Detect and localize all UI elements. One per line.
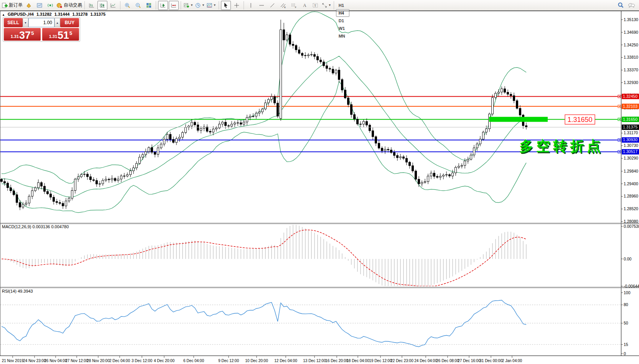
zoom-in-icon xyxy=(124,2,130,8)
time-tick-label: 2 Jan 04:00 xyxy=(502,359,522,363)
autotrading-icon xyxy=(56,2,63,8)
volume-increase-button[interactable]: ▲ xyxy=(54,18,60,27)
zoom-in-button[interactable] xyxy=(122,1,132,10)
price-tick-label: 1.32930 xyxy=(624,80,638,85)
time-tick-label: 2 Dec 04:00 xyxy=(109,359,130,363)
time-tick-label: 3 Dec 12:00 xyxy=(132,359,152,363)
time-tick-label: 31 Dec 00:00 xyxy=(479,359,502,363)
bar-chart-icon xyxy=(89,2,95,8)
sell-price-button[interactable]: 1.31375 xyxy=(4,28,41,41)
buy-price-button[interactable]: 1.31515 xyxy=(42,28,79,41)
cursor-button[interactable] xyxy=(221,1,231,10)
arrows-icon xyxy=(321,2,328,8)
tile-windows-button[interactable] xyxy=(144,1,154,10)
line-chart-button[interactable] xyxy=(108,1,118,10)
bollinger-bands xyxy=(2,12,526,213)
rsi-label: RSI(14) 49.3943 xyxy=(2,289,33,293)
sell-button[interactable]: SELL xyxy=(4,18,23,27)
candlestick-chart-button[interactable] xyxy=(97,1,107,10)
turning-point-annotation[interactable]: 多空转折点 xyxy=(519,138,604,154)
tile-windows-icon xyxy=(146,2,152,8)
buy-button[interactable]: BUY xyxy=(60,18,79,27)
indicators-button[interactable]: ▼ xyxy=(183,1,194,10)
time-tick-label: 26 Dec 08:00 xyxy=(436,359,459,363)
macd-axis-label: -0.006446 xyxy=(624,284,639,288)
time-tick-label: 28 Nov 20:00 xyxy=(87,359,110,363)
search-button[interactable] xyxy=(616,1,626,10)
channel-button[interactable]: E xyxy=(278,1,288,10)
rsi-line xyxy=(2,300,526,347)
price-tick-label: 1.30290 xyxy=(624,156,638,160)
gold-badge-icon xyxy=(26,2,32,8)
chevron-down-icon[interactable]: ▼ xyxy=(328,3,331,7)
sell-price-main: 37 xyxy=(19,31,31,40)
time-tick-label: 26 Nov 04:00 xyxy=(44,359,67,363)
fibonacci-button[interactable]: F xyxy=(289,1,299,10)
text-icon: A xyxy=(301,2,308,8)
price-tick-label: 1.30730 xyxy=(624,143,638,148)
new-chart-icon xyxy=(36,2,43,8)
symbol-period-label: GBPUSD-,H4 xyxy=(8,12,34,16)
price-tick-label: 1.29840 xyxy=(624,169,638,173)
trendline-button[interactable] xyxy=(267,1,277,10)
horizontal-line-button[interactable] xyxy=(257,1,267,10)
chevron-down-icon[interactable]: ▼ xyxy=(190,3,193,7)
price-callout-text: 1.31650 xyxy=(567,116,592,124)
zoom-out-icon xyxy=(135,2,141,8)
arrows-button[interactable]: ▼ xyxy=(321,1,332,10)
chart-canvas[interactable]: 1.31650多空转折点多空转折点1.351301.346901.342501.… xyxy=(0,11,639,364)
highlight-rectangle[interactable] xyxy=(489,117,548,122)
new-chart-button[interactable] xyxy=(35,1,44,10)
axis-price-label: 1.30930 xyxy=(623,137,637,142)
autotrading-label: 自动交易 xyxy=(64,2,82,8)
toolbar-separator xyxy=(334,1,334,10)
axis-price-label: 1.30517 xyxy=(623,149,637,154)
svg-text:E: E xyxy=(284,6,286,8)
vertical-line-button[interactable] xyxy=(246,1,256,10)
timeframe-h1[interactable]: H1 xyxy=(336,2,349,9)
text-label-button[interactable]: T xyxy=(310,1,320,10)
buy-price-main: 51 xyxy=(58,31,69,40)
time-tick-label: 19 Dec 12:00 xyxy=(369,359,392,363)
autotrading-button[interactable]: 自动交易 xyxy=(56,1,82,10)
signals-button[interactable] xyxy=(45,1,55,10)
autoscroll-button[interactable] xyxy=(158,1,168,10)
macd-axis-label: 0.00 xyxy=(624,257,632,261)
collapse-panel-icon[interactable]: ▲ xyxy=(2,13,5,16)
toolbar-separator xyxy=(84,1,85,10)
equidistant-channel-icon: E xyxy=(280,2,286,8)
volume-input[interactable]: 1.00 xyxy=(28,18,54,27)
chevron-down-icon[interactable]: ▼ xyxy=(202,3,205,7)
time-tick-label: 27 Nov 12:00 xyxy=(65,359,88,363)
zoom-out-button[interactable] xyxy=(133,1,143,10)
chevron-down-icon[interactable]: ▼ xyxy=(213,3,216,7)
text-button[interactable]: A xyxy=(300,1,310,10)
fibonacci-icon: F xyxy=(291,2,297,8)
new-order-button[interactable]: 新订单 xyxy=(1,1,23,10)
metaeditor-button[interactable] xyxy=(24,1,34,10)
periods-button[interactable]: ▼ xyxy=(194,1,205,10)
time-tick-label: 4 Dec 20:00 xyxy=(154,359,175,363)
chat-button[interactable] xyxy=(626,1,636,10)
toolbar-separator xyxy=(120,1,120,10)
bar-chart-button[interactable] xyxy=(87,1,97,10)
rsi-axis-label: 50 xyxy=(624,321,628,325)
time-axis[interactable]: 21 Nov 201924 Nov 23:0026 Nov 04:0027 No… xyxy=(2,356,522,363)
open-value: 1.31282 xyxy=(36,12,52,16)
time-tick-label: 21 Nov 2019 xyxy=(2,359,24,363)
crosshair-button[interactable] xyxy=(232,1,242,10)
cursor-icon xyxy=(223,2,229,8)
chart-shift-button[interactable] xyxy=(169,1,179,10)
volume-decrease-button[interactable]: ▼ xyxy=(23,18,28,27)
rsi-axis-label: 80 xyxy=(624,302,628,307)
time-tick-label: 24 Nov 23:00 xyxy=(23,359,46,363)
time-tick-label: 10 Dec 20:00 xyxy=(245,359,268,363)
templates-button[interactable]: ▼ xyxy=(206,1,217,10)
time-tick-label: 18 Dec 04:00 xyxy=(346,359,369,363)
trendline-icon xyxy=(269,2,275,8)
time-tick-label: 22 Dec 23:00 xyxy=(390,359,413,363)
timeframe-m30[interactable]: M30 xyxy=(336,0,349,2)
new-order-icon xyxy=(2,2,8,8)
price-tick-label: 1.35130 xyxy=(624,17,638,22)
horizontal-line-icon xyxy=(259,2,265,8)
